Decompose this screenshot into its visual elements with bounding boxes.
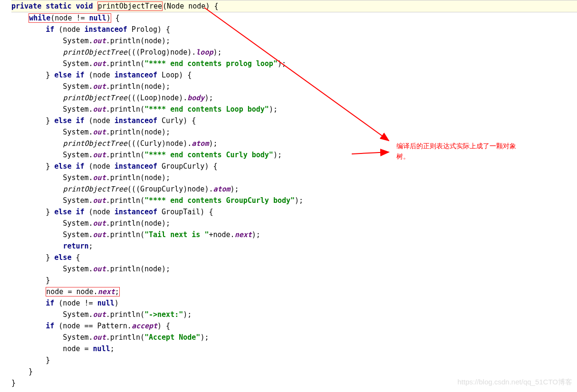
annotation-line2: 树。	[396, 151, 572, 162]
code-line: System.out.println("->next:");	[11, 309, 577, 320]
code-line: System.out.println(node);	[11, 126, 577, 138]
code-line: System.out.println("**** end contents Gr…	[11, 195, 577, 206]
code-line: node = node.next;	[11, 286, 577, 297]
code-line: System.out.println("**** end contents pr…	[11, 58, 577, 69]
code-line: printObjectTree(((Prolog)node).loop);	[11, 47, 577, 58]
code-line: System.out.println(node);	[11, 35, 577, 47]
code-line: node = null;	[11, 343, 577, 354]
code-line: } else {	[11, 252, 577, 263]
code-line: } else if (node instanceof Loop) {	[11, 69, 577, 81]
code-line: if (node != null)	[11, 297, 577, 309]
code-line: private static void printObjectTree(Node…	[11, 0, 577, 12]
code-line: printObjectTree(((Loop)node).body);	[11, 92, 577, 104]
code-line: }	[11, 275, 577, 286]
code-line: }	[11, 366, 577, 377]
annotation-line1: 编译后的正则表达式实际上成了一颗对象	[396, 141, 572, 151]
code-block: private static void printObjectTree(Node…	[0, 0, 577, 389]
code-line: while(node != null) {	[11, 12, 577, 24]
annotation-text: 编译后的正则表达式实际上成了一颗对象 树。	[396, 141, 572, 162]
code-line: System.out.println(node);	[11, 218, 577, 229]
watermark: https://blog.csdn.net/qq_51CTO博客	[457, 376, 572, 388]
code-line: if (node instanceof Prolog) {	[11, 24, 577, 35]
code-line: }	[11, 354, 577, 366]
code-line: } else if (node instanceof GroupCurly) {	[11, 161, 577, 172]
code-line: System.out.println("Tail next is "+node.…	[11, 229, 577, 240]
code-line: System.out.println("**** end contents Lo…	[11, 104, 577, 115]
code-line: System.out.println(node);	[11, 263, 577, 275]
code-line: printObjectTree(((GroupCurly)node).atom)…	[11, 183, 577, 195]
code-line: if (node == Pattern.accept) {	[11, 320, 577, 332]
code-line: System.out.println("Accept Node");	[11, 332, 577, 343]
code-line: } else if (node instanceof Curly) {	[11, 115, 577, 126]
code-line: } else if (node instanceof GroupTail) {	[11, 206, 577, 218]
code-line: return;	[11, 240, 577, 252]
code-line: System.out.println(node);	[11, 172, 577, 183]
code-line: System.out.println(node);	[11, 81, 577, 92]
